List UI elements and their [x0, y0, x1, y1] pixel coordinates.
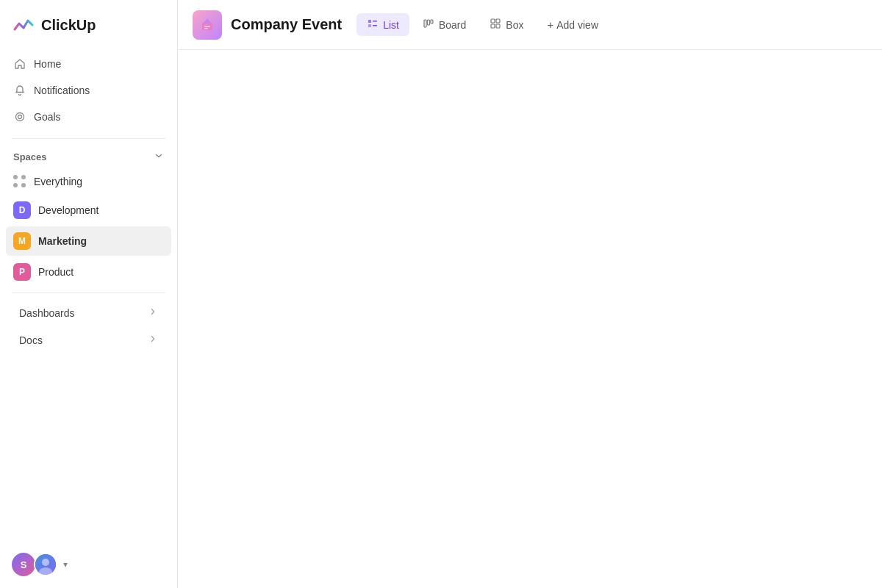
- box-tab-label: Box: [506, 19, 523, 31]
- add-view-label: Add view: [556, 19, 598, 31]
- svg-rect-17: [496, 19, 500, 23]
- svg-point-1: [18, 115, 22, 119]
- svg-rect-13: [424, 20, 426, 27]
- sidebar-item-everything[interactable]: Everything: [6, 169, 171, 194]
- goals-label: Goals: [34, 111, 61, 123]
- view-tabs: List Board: [356, 13, 609, 36]
- svg-rect-14: [427, 20, 429, 25]
- svg-rect-10: [368, 24, 371, 27]
- product-label: Product: [38, 266, 74, 278]
- avatar-s[interactable]: S: [12, 553, 35, 576]
- svg-point-3: [42, 559, 49, 566]
- svg-rect-19: [496, 24, 500, 28]
- page-title-area: Company Event: [193, 10, 342, 40]
- clickup-logo-icon: [12, 13, 35, 37]
- sidebar-item-docs[interactable]: Docs: [6, 326, 171, 354]
- spaces-list: Everything D Development M Marketing P P…: [0, 169, 177, 287]
- product-badge-icon: P: [13, 263, 31, 281]
- svg-rect-8: [204, 28, 208, 29]
- sidebar-bottom: S ▾: [0, 541, 177, 588]
- marketing-badge-icon: M: [13, 232, 31, 250]
- page-title: Company Event: [231, 16, 342, 33]
- add-view-plus-icon: +: [547, 18, 553, 31]
- home-icon: [13, 57, 26, 71]
- bell-icon: [13, 84, 26, 97]
- svg-marker-6: [204, 18, 211, 23]
- svg-rect-16: [491, 19, 495, 23]
- sidebar-item-development[interactable]: D Development: [6, 196, 171, 225]
- divider-2: [12, 293, 165, 293]
- home-label: Home: [34, 58, 61, 70]
- spaces-header[interactable]: Spaces: [0, 145, 177, 169]
- tab-board[interactable]: Board: [412, 13, 476, 36]
- goals-icon: [13, 110, 26, 123]
- logo-area: ClickUp: [0, 0, 177, 49]
- docs-label: Docs: [19, 334, 43, 346]
- spaces-label: Spaces: [13, 151, 47, 162]
- sidebar-item-notifications[interactable]: Notifications: [6, 78, 171, 103]
- docs-chevron-icon: [148, 334, 158, 346]
- content-area: [178, 50, 882, 588]
- notifications-label: Notifications: [34, 85, 90, 96]
- svg-rect-18: [491, 24, 495, 28]
- sidebar: ClickUp Home Notifications: [0, 0, 178, 588]
- sidebar-item-product[interactable]: P Product: [6, 257, 171, 287]
- logo-text: ClickUp: [41, 17, 96, 34]
- marketing-label: Marketing: [38, 235, 87, 247]
- main-nav: Home Notifications Goals: [0, 49, 177, 132]
- avatar-dropdown-icon[interactable]: ▾: [63, 559, 68, 570]
- development-badge-icon: D: [13, 201, 31, 219]
- sidebar-item-dashboards[interactable]: Dashboards: [6, 299, 171, 326]
- page-icon: [193, 10, 222, 40]
- development-label: Development: [38, 204, 99, 216]
- sidebar-item-home[interactable]: Home: [6, 51, 171, 76]
- svg-rect-11: [373, 21, 377, 22]
- tab-box[interactable]: Box: [479, 13, 534, 36]
- svg-rect-7: [204, 26, 210, 27]
- box-tab-icon: [490, 18, 501, 32]
- svg-rect-9: [368, 20, 371, 23]
- everything-label: Everything: [34, 176, 82, 187]
- svg-rect-12: [373, 25, 377, 26]
- add-view-button[interactable]: + Add view: [537, 14, 609, 35]
- avatar-img[interactable]: [34, 553, 57, 576]
- list-tab-icon: [367, 18, 379, 32]
- svg-rect-15: [431, 20, 433, 24]
- spaces-chevron-icon: [154, 151, 164, 163]
- sidebar-item-goals[interactable]: Goals: [6, 104, 171, 129]
- list-tab-label: List: [383, 19, 399, 31]
- divider-1: [12, 138, 165, 139]
- sidebar-item-marketing[interactable]: M Marketing: [6, 226, 171, 256]
- topbar: Company Event List: [178, 0, 882, 50]
- board-tab-label: Board: [439, 19, 466, 31]
- main-content: Company Event List: [178, 0, 882, 588]
- dashboards-label: Dashboards: [19, 307, 75, 319]
- board-tab-icon: [423, 18, 434, 32]
- everything-dots-icon: [13, 175, 26, 188]
- dashboards-chevron-icon: [148, 306, 158, 319]
- svg-point-0: [16, 113, 24, 121]
- tab-list[interactable]: List: [356, 13, 409, 36]
